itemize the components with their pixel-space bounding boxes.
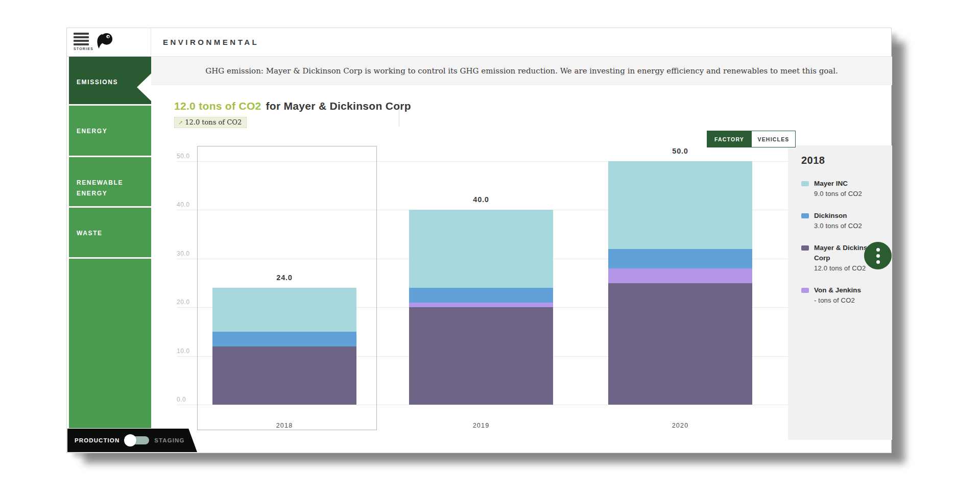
x-axis-label: 2020 <box>608 422 752 429</box>
trend-up-arrow-icon: ↗ <box>178 119 183 126</box>
bar-total-label: 40.0 <box>409 195 553 204</box>
legend-name: Mayer INC9.0 tons of CO2 <box>814 179 878 199</box>
y-axis-tick-label: 40.0 <box>177 201 189 208</box>
metric-badge[interactable]: ↗12.0 tons of CO2 <box>174 117 247 128</box>
legend-name: Dickinson3.0 tons of CO2 <box>814 211 878 231</box>
legend-panel: 2018 Mayer INC9.0 tons of CO2Dickinson3.… <box>788 145 892 440</box>
bar-segment-mayer-inc[interactable] <box>608 161 752 249</box>
bar-segment-von-jenkins[interactable] <box>409 303 553 308</box>
legend-swatch <box>801 181 809 186</box>
x-axis-label: 2019 <box>409 422 553 429</box>
page-title: ENVIRONMENTAL <box>163 28 259 57</box>
production-label: PRODUCTION <box>75 437 119 443</box>
bar-segment-dickinson[interactable] <box>409 288 553 303</box>
headline-metric: 12.0 tons of CO2 <box>174 100 261 112</box>
legend-item: Dickinson3.0 tons of CO2 <box>801 211 892 231</box>
banner-text: GHG emission: Mayer & Dickinson Corp is … <box>205 66 838 76</box>
header-bar: STORIES ENVIRONMENTAL <box>67 28 891 57</box>
sidebar-item-emissions[interactable]: EMISSIONS <box>69 57 151 104</box>
factory-button[interactable]: FACTORY <box>707 131 751 147</box>
description-banner: GHG emission: Mayer & Dickinson Corp is … <box>151 57 892 85</box>
bar-total-label: 50.0 <box>608 147 752 155</box>
legend-value: 3.0 tons of CO2 <box>814 221 878 231</box>
bar-segment-dickinson[interactable] <box>608 249 752 268</box>
bar-segment-mayer-dickinson-corp[interactable] <box>608 283 752 405</box>
legend-item: Von & Jenkins- tons of CO2 <box>801 285 892 306</box>
staging-label: STAGING <box>154 437 184 443</box>
environment-switch-bar: PRODUCTION STAGING <box>67 429 197 452</box>
toggle-knob[interactable] <box>124 434 136 446</box>
bar-segment-mayer-dickinson-corp[interactable] <box>409 307 553 405</box>
vehicles-button[interactable]: VEHICLES <box>751 131 795 147</box>
selected-year-box <box>197 146 377 430</box>
bar-segment-mayer-inc[interactable] <box>409 210 553 288</box>
legend-swatch <box>801 213 809 218</box>
legend-value: 9.0 tons of CO2 <box>814 189 878 199</box>
sidebar: EMISSIONS ENERGY RENEWABLE ENERGY WASTE <box>67 57 151 453</box>
dot <box>876 260 880 264</box>
headline-company: for Mayer & Dickinson Corp <box>266 100 411 112</box>
sidebar-item-waste[interactable]: WASTE <box>69 208 151 257</box>
legend-title: 2018 <box>801 155 892 166</box>
y-axis-tick-label: 10.0 <box>177 347 189 355</box>
dot <box>876 248 880 252</box>
legend-item: Mayer INC9.0 tons of CO2 <box>801 179 892 199</box>
app-window: STORIES ENVIRONMENTAL EMISSIONS ENERGY R… <box>66 28 892 453</box>
y-axis-tick-label: 50.0 <box>177 153 189 160</box>
legend-name: Von & Jenkins- tons of CO2 <box>814 285 878 306</box>
stories-label: STORIES <box>74 47 89 51</box>
metric-badge-text: 12.0 tons of CO2 <box>185 118 242 126</box>
sidebar-item-renewable-energy[interactable]: RENEWABLE ENERGY <box>69 157 151 206</box>
y-axis-tick-label: 30.0 <box>177 250 189 257</box>
toucan-logo-icon[interactable] <box>95 32 113 54</box>
dot <box>876 254 880 258</box>
hamburger-menu-icon[interactable]: STORIES <box>74 33 89 51</box>
stacked-bar-chart: 50.040.030.020.010.00.024.0201840.020195… <box>67 28 891 453</box>
more-options-button[interactable] <box>864 242 892 269</box>
legend-swatch <box>801 245 809 251</box>
headline: 12.0 tons of CO2for Mayer & Dickinson Co… <box>174 100 411 112</box>
brand-area: STORIES <box>67 28 151 57</box>
environment-toggle[interactable] <box>126 436 149 444</box>
bar-segment-von-jenkins[interactable] <box>608 268 752 283</box>
active-notch <box>137 73 151 101</box>
y-axis-tick-label: 20.0 <box>177 299 189 306</box>
legend-value: - tons of CO2 <box>814 295 878 306</box>
sidebar-item-energy[interactable]: ENERGY <box>69 106 151 156</box>
y-axis-tick-label: 0.0 <box>177 396 186 403</box>
sidebar-filler <box>69 259 151 428</box>
legend-swatch <box>801 288 809 293</box>
bar-2020[interactable] <box>608 161 752 405</box>
source-toggle-group: FACTORY VEHICLES <box>707 131 796 147</box>
